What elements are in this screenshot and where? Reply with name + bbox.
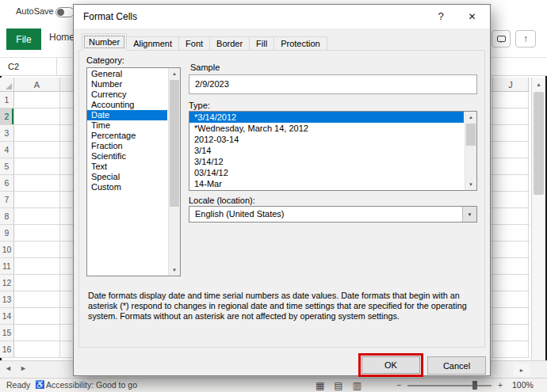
share-icon[interactable]: ↑ (515, 30, 536, 48)
date-format-description: Date formats display date and time seria… (88, 291, 478, 322)
ok-button[interactable]: OK (361, 356, 420, 374)
sample-value-field: 2/9/2023 (189, 74, 477, 94)
category-item[interactable]: Percentage (87, 131, 167, 141)
category-item[interactable]: Text (87, 162, 167, 172)
zoom-in-button[interactable]: + (498, 380, 503, 390)
type-item[interactable]: 2012-03-14 (189, 134, 464, 145)
vertical-scrollbar[interactable]: ▲ ▼ (531, 78, 545, 376)
row-header[interactable]: 16 (0, 341, 14, 358)
dialog-tab[interactable]: Alignment (126, 36, 179, 51)
page-break-view-icon[interactable]: ▥ (353, 379, 361, 392)
status-bar: Ready ♿ Accessibility: Good to go ▦ ▤ ▥ … (0, 378, 547, 392)
zoom-slider-thumb[interactable] (472, 381, 477, 390)
name-box[interactable]: C2 (0, 58, 57, 75)
sheet-nav-arrows[interactable]: ◄► (5, 364, 35, 372)
ribbon-tab-home[interactable]: Home (49, 32, 75, 43)
type-item[interactable]: 14-Mar (189, 178, 464, 189)
autosave-toggle[interactable] (55, 7, 75, 17)
select-all-corner[interactable] (0, 78, 14, 92)
page-layout-view-icon[interactable]: ▤ (334, 379, 342, 392)
row-header[interactable]: 4 (0, 142, 14, 158)
category-item[interactable]: Custom (87, 182, 167, 192)
category-item[interactable]: Scientific (87, 151, 167, 162)
zoom-slider-track[interactable] (407, 385, 492, 386)
sheet-prev-icon[interactable]: ◄ (5, 364, 20, 372)
scrollbar-thumb[interactable] (466, 124, 476, 146)
dialog-tab[interactable]: Font (178, 36, 210, 51)
zoom-level[interactable]: 100% (512, 380, 534, 390)
scroll-down-icon[interactable]: ▼ (169, 265, 180, 276)
format-cells-dialog: Format Cells ? ✕ NumberAlignmentFontBord… (73, 4, 491, 376)
type-list-scrollbar[interactable]: ▲ ▼ (465, 112, 476, 190)
category-item[interactable]: Time (87, 120, 167, 131)
row-header[interactable]: 11 (0, 258, 14, 275)
row-header[interactable]: 1 (0, 92, 14, 108)
normal-view-icon[interactable]: ▦ (316, 379, 324, 392)
category-item[interactable]: Number (87, 79, 167, 89)
vertical-scrollbar-thumb[interactable] (534, 92, 544, 195)
row-header[interactable]: 12 (0, 275, 14, 291)
column-divider (59, 78, 60, 92)
row-header[interactable]: 14 (0, 308, 14, 325)
scrollbar-thumb[interactable] (170, 80, 179, 207)
row-header[interactable]: 13 (0, 291, 14, 308)
locale-label: Locale (location): (189, 196, 255, 205)
type-item[interactable]: 3/14 (189, 145, 464, 156)
row-header[interactable]: 10 (0, 242, 14, 258)
column-divider (528, 78, 529, 92)
type-item[interactable]: 3/14/12 (189, 156, 464, 167)
category-list-scrollbar[interactable]: ▲ ▼ (168, 68, 180, 276)
category-item[interactable]: Accounting (87, 100, 167, 110)
scroll-up-icon[interactable]: ▲ (532, 78, 545, 90)
row-header[interactable]: 6 (0, 175, 14, 192)
type-item[interactable]: 03/14/12 (189, 167, 464, 178)
view-buttons: ▦ ▤ ▥ (316, 379, 361, 392)
row-header[interactable]: 9 (0, 225, 14, 242)
row-header[interactable]: 3 (0, 125, 14, 142)
locale-dropdown[interactable]: English (United States) ▼ (189, 206, 477, 223)
type-item[interactable]: *Wednesday, March 14, 2012 (189, 123, 464, 134)
column-header-a[interactable]: A (14, 78, 59, 92)
close-icon[interactable]: ✕ (454, 5, 490, 28)
column-header-j[interactable]: J (492, 78, 529, 92)
zoom-out-button[interactable]: − (396, 380, 401, 390)
scroll-up-icon[interactable]: ▲ (169, 68, 180, 79)
category-item[interactable]: Fraction (87, 141, 167, 151)
category-item[interactable]: Date (87, 110, 167, 120)
gridline (59, 92, 60, 358)
locale-selected-value: English (United States) (195, 207, 285, 222)
row-header[interactable]: 8 (0, 208, 14, 225)
help-button[interactable]: ? (427, 5, 454, 28)
sample-label: Sample (190, 63, 220, 72)
row-headers: 12345678910111213141516 (0, 92, 14, 358)
comments-icon[interactable] (492, 30, 511, 48)
row-header[interactable]: 5 (0, 158, 14, 175)
type-label: Type: (189, 101, 210, 110)
type-item[interactable]: *3/14/2012 (189, 112, 464, 123)
status-accessibility[interactable]: Accessibility: Good to go (46, 380, 137, 390)
column-divider (492, 78, 493, 92)
category-item[interactable]: General (87, 69, 167, 79)
dialog-tab[interactable]: Protection (274, 36, 327, 51)
category-label: Category: (86, 55, 124, 65)
ribbon-tab-file[interactable]: File (6, 29, 41, 50)
highlight-annotation: OK (358, 353, 423, 377)
dialog-tab[interactable]: Border (209, 36, 250, 51)
chevron-down-icon[interactable]: ▼ (462, 207, 476, 222)
row-header[interactable]: 7 (0, 192, 14, 208)
category-item[interactable]: Special (87, 172, 167, 182)
dialog-tab[interactable]: Number (82, 33, 127, 51)
sheet-next-icon[interactable]: ► (20, 364, 35, 372)
dialog-titlebar: Format Cells ? ✕ (74, 5, 490, 29)
select-all-triangle-icon (6, 83, 12, 89)
toggle-knob (57, 9, 64, 16)
row-header[interactable]: 15 (0, 325, 14, 341)
row-header[interactable]: 2 (0, 108, 14, 125)
scroll-up-icon[interactable]: ▲ (465, 112, 476, 123)
excel-window: AutoSave File Home ↑ C2 A J 123456789101… (0, 0, 547, 392)
dialog-tab[interactable]: Fill (249, 36, 274, 51)
scroll-right-icon[interactable]: ► (514, 363, 530, 376)
cancel-button[interactable]: Cancel (427, 356, 486, 375)
scroll-down-icon[interactable]: ▼ (465, 179, 476, 190)
category-item[interactable]: Currency (87, 89, 167, 100)
